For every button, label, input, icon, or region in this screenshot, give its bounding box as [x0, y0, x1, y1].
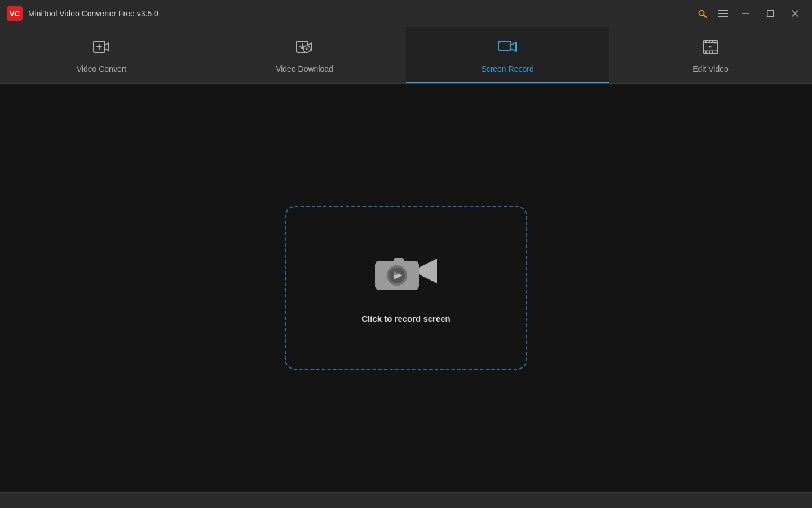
record-camera-icon	[372, 253, 440, 300]
tab-video-convert-label: Video Convert	[77, 64, 126, 73]
svg-rect-7	[767, 11, 774, 17]
svg-rect-13	[498, 41, 511, 50]
tab-video-download-label: Video Download	[276, 64, 333, 73]
svg-rect-21	[705, 51, 707, 54]
app-logo: VC	[7, 6, 23, 21]
nav-tabs: Video Convert Video Download Screen Reco…	[0, 27, 812, 84]
svg-rect-19	[709, 40, 710, 42]
footer	[0, 492, 812, 508]
svg-point-14	[499, 42, 500, 43]
main-content: Click to record screen	[0, 84, 812, 492]
app-title: MiniTool Video Converter Free v3.5.0	[28, 9, 158, 18]
menu-icon[interactable]	[715, 6, 731, 21]
title-bar-controls	[695, 6, 805, 21]
title-bar: VC MiniTool Video Converter Free v3.5.0	[0, 0, 812, 27]
key-icon[interactable]	[695, 6, 710, 21]
svg-rect-17	[704, 51, 717, 52]
record-screen-button[interactable]: Click to record screen	[285, 206, 527, 370]
maximize-button[interactable]	[760, 6, 780, 21]
tab-screen-record-label: Screen Record	[481, 64, 533, 73]
minimize-button[interactable]	[735, 6, 756, 21]
tab-edit-video[interactable]: Edit Video	[609, 27, 812, 83]
tab-video-convert[interactable]: Video Convert	[0, 27, 203, 83]
svg-rect-22	[709, 51, 710, 54]
close-button[interactable]	[785, 6, 805, 21]
video-convert-icon	[91, 37, 112, 59]
svg-rect-27	[394, 258, 404, 262]
svg-rect-18	[705, 40, 707, 42]
svg-rect-20	[712, 40, 713, 42]
tab-video-download[interactable]: Video Download	[203, 27, 406, 83]
edit-video-icon	[700, 37, 721, 59]
title-bar-left: VC MiniTool Video Converter Free v3.5.0	[7, 6, 158, 21]
record-screen-label: Click to record screen	[361, 314, 451, 323]
tab-screen-record[interactable]: Screen Record	[406, 27, 609, 83]
screen-record-icon	[497, 37, 518, 59]
svg-rect-23	[712, 51, 713, 54]
tab-edit-video-label: Edit Video	[692, 64, 729, 73]
video-download-icon	[294, 37, 315, 59]
